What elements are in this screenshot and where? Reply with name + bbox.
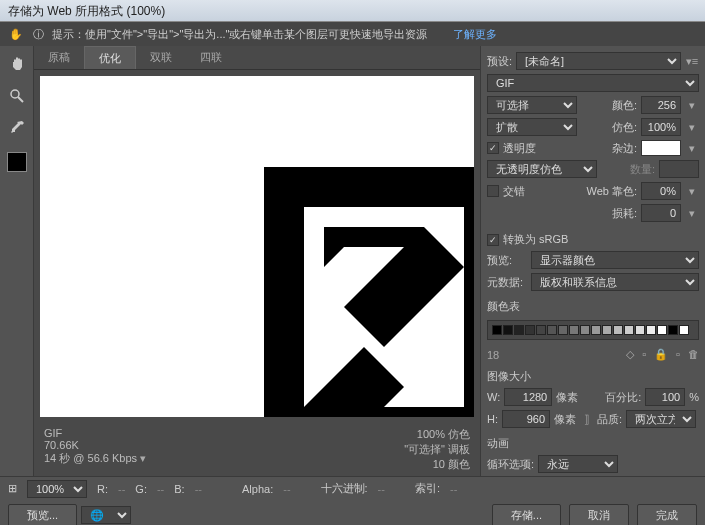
percent-label: 百分比:: [605, 390, 641, 405]
color-swatch-item[interactable]: [679, 325, 689, 335]
height-input[interactable]: [502, 410, 550, 428]
width-unit: 像素: [556, 390, 578, 405]
reduction-select[interactable]: 可选择: [487, 96, 577, 114]
preview-image: [224, 167, 474, 417]
matte-swatch[interactable]: [641, 140, 681, 156]
tab-optimized[interactable]: 优化: [84, 46, 136, 69]
colors-label: 颜色:: [612, 98, 637, 113]
color-swatch-item[interactable]: [536, 325, 546, 335]
preview-canvas[interactable]: [40, 76, 474, 417]
color-swatch-item[interactable]: [591, 325, 601, 335]
srgb-checkbox[interactable]: [487, 234, 499, 246]
dither-input[interactable]: [641, 118, 681, 136]
transparency-checkbox[interactable]: [487, 142, 499, 154]
lossy-input[interactable]: [641, 204, 681, 222]
learn-more-link[interactable]: 了解更多: [453, 27, 497, 42]
status-menu-icon[interactable]: ⊞: [8, 482, 17, 495]
preset-menu-icon[interactable]: ▾≡: [685, 55, 699, 68]
colors-input[interactable]: [641, 96, 681, 114]
hand-icon: ✋: [8, 26, 24, 42]
websnap-stepper-icon[interactable]: ▾: [685, 185, 699, 198]
preview-button[interactable]: 预览...: [8, 504, 77, 526]
dither-select[interactable]: 扩散: [487, 118, 577, 136]
trans-dither-select[interactable]: 无透明度仿色: [487, 160, 597, 178]
settings-panel: 预设: [未命名] ▾≡ GIF 可选择 颜色: ▾ 扩散 仿色: ▾ 透明度 …: [480, 46, 705, 476]
color-swatch-item[interactable]: [569, 325, 579, 335]
svg-point-0: [11, 90, 19, 98]
matte-label: 杂边:: [612, 141, 637, 156]
g-label: G:: [135, 483, 147, 495]
percent-input[interactable]: [645, 388, 685, 406]
hint-bar: ✋ ⓘ 提示：使用"文件">"导出">"导出为..."或右键单击某个图层可更快速…: [0, 22, 705, 46]
eyedropper-tool[interactable]: [5, 116, 29, 140]
r-label: R:: [97, 483, 108, 495]
lossy-stepper-icon[interactable]: ▾: [685, 207, 699, 220]
ct-diamond-icon[interactable]: ◇: [626, 348, 634, 361]
quality-select[interactable]: 两次立方: [626, 410, 696, 428]
tab-2up[interactable]: 双联: [136, 46, 186, 69]
color-swatch-item[interactable]: [602, 325, 612, 335]
zoom-select[interactable]: 100%: [27, 480, 87, 498]
color-swatch-item[interactable]: [635, 325, 645, 335]
format-select[interactable]: GIF: [487, 74, 699, 92]
color-swatch[interactable]: [7, 152, 27, 172]
colortable-label: 颜色表: [487, 299, 699, 314]
time-menu-icon[interactable]: ▾: [140, 452, 146, 464]
index-label: 索引:: [415, 481, 440, 496]
tab-original[interactable]: 原稿: [34, 46, 84, 69]
height-label: H:: [487, 413, 498, 425]
matte-menu-icon[interactable]: ▾: [685, 142, 699, 155]
color-table: [487, 320, 699, 340]
info-format: GIF: [44, 427, 146, 439]
ct-delete-icon[interactable]: 🗑: [688, 348, 699, 361]
view-tabs: 原稿 优化 双联 四联: [34, 46, 480, 70]
color-swatch-item[interactable]: [558, 325, 568, 335]
color-swatch-item[interactable]: [613, 325, 623, 335]
width-input[interactable]: [504, 388, 552, 406]
hex-label: 十六进制:: [321, 481, 368, 496]
srgb-label: 转换为 sRGB: [503, 232, 568, 247]
b-label: B:: [174, 483, 184, 495]
color-swatch-item[interactable]: [547, 325, 557, 335]
info-size: 70.66K: [44, 439, 146, 451]
color-swatch-item[interactable]: [514, 325, 524, 335]
lossy-label: 损耗:: [612, 206, 637, 221]
left-toolbar: [0, 46, 34, 476]
hint-text: 提示：使用"文件">"导出">"导出为..."或右键单击某个图层可更快速地导出资…: [52, 27, 427, 42]
color-swatch-item[interactable]: [668, 325, 678, 335]
color-swatch-item[interactable]: [646, 325, 656, 335]
imagesize-label: 图像大小: [487, 369, 699, 384]
browser-select[interactable]: 🌐: [81, 506, 131, 524]
ct-new-icon[interactable]: ▫: [676, 348, 680, 361]
tab-4up[interactable]: 四联: [186, 46, 236, 69]
color-swatch-item[interactable]: [503, 325, 513, 335]
zoom-tool[interactable]: [5, 84, 29, 108]
svg-line-1: [18, 97, 23, 102]
done-button[interactable]: 完成: [637, 504, 697, 526]
websnap-label: Web 靠色:: [586, 184, 637, 199]
trans-amount-label: 数量:: [630, 162, 655, 177]
status-bar: ⊞ 100% R:-- G:-- B:-- Alpha:-- 十六进制:-- 索…: [0, 476, 705, 500]
footer-bar: 预览... 🌐 存储... 取消 完成: [0, 500, 705, 525]
link-icon[interactable]: ⟧: [584, 413, 589, 426]
hand-tool[interactable]: [5, 52, 29, 76]
preset-select[interactable]: [未命名]: [516, 52, 681, 70]
loop-select[interactable]: 永远: [538, 455, 618, 473]
save-button[interactable]: 存储...: [492, 504, 561, 526]
color-swatch-item[interactable]: [580, 325, 590, 335]
colors-stepper-icon[interactable]: ▾: [685, 99, 699, 112]
color-swatch-item[interactable]: [657, 325, 667, 335]
interlace-checkbox[interactable]: [487, 185, 499, 197]
color-swatch-item[interactable]: [492, 325, 502, 335]
metadata-select[interactable]: 版权和联系信息: [531, 273, 699, 291]
websnap-input[interactable]: [641, 182, 681, 200]
preview-select[interactable]: 显示器颜色: [531, 251, 699, 269]
dither-stepper-icon[interactable]: ▾: [685, 121, 699, 134]
quality-label: 品质:: [597, 412, 622, 427]
preview-label: 预览:: [487, 253, 527, 268]
color-swatch-item[interactable]: [624, 325, 634, 335]
ct-lock-icon[interactable]: 🔒: [654, 348, 668, 361]
ct-shift-icon[interactable]: ▫: [642, 348, 646, 361]
cancel-button[interactable]: 取消: [569, 504, 629, 526]
color-swatch-item[interactable]: [525, 325, 535, 335]
